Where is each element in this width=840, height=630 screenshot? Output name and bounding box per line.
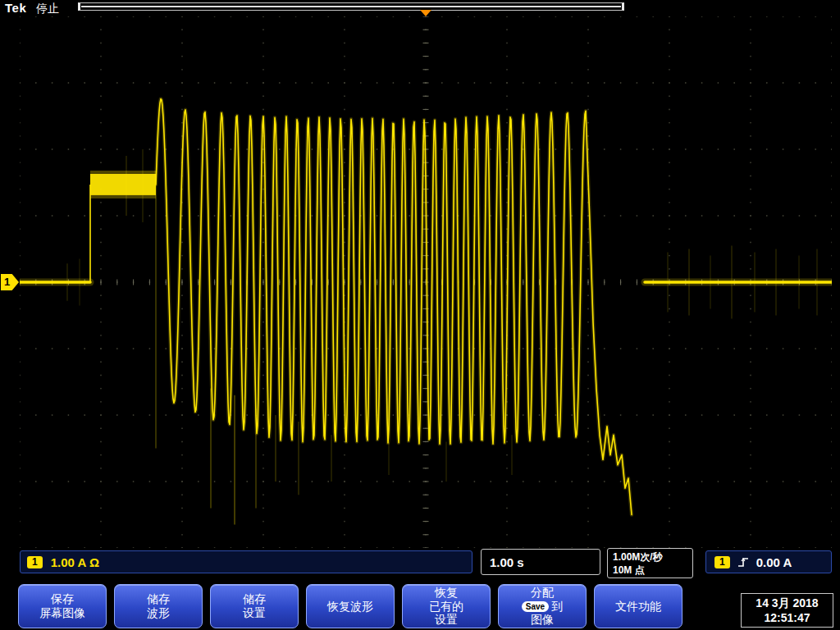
channel1-scale-readout[interactable]: 1 1.00 A Ω	[20, 550, 472, 573]
record-line	[81, 6, 621, 7]
channel1-ground-marker[interactable]: 1	[1, 274, 19, 290]
acquisition-status: 停止	[36, 2, 59, 16]
menu-button-line: Save到	[522, 600, 563, 614]
graticule-and-trace	[20, 16, 832, 548]
menu-button-line: 储存	[147, 592, 170, 606]
datetime-box: 14 3月 2018 12:51:47	[741, 593, 833, 628]
channel1-scale-label: 1.00 A Ω	[51, 555, 99, 569]
bottom-menu: 保存屏幕图像储存波形储存设置恢复波形恢复已有的设置分配Save到图像文件功能	[18, 584, 682, 628]
trigger-position-marker[interactable]	[420, 10, 431, 16]
menu-button-line: 设置	[243, 606, 266, 620]
menu-button-save-waveform[interactable]: 储存波形	[114, 584, 203, 628]
menu-button-line: 波形	[147, 606, 170, 620]
time-label: 12:51:47	[764, 610, 810, 625]
menu-button-line: 设置	[435, 613, 458, 627]
tek-logo: Tek	[5, 1, 26, 15]
menu-button-line: 储存	[243, 592, 266, 606]
menu-button-line: 保存	[51, 592, 74, 606]
date-label: 14 3月 2018	[756, 596, 818, 610]
menu-button-line: 恢复波形	[327, 600, 373, 614]
menu-button-assign-save-to-image[interactable]: 分配Save到图像	[498, 584, 587, 628]
record-view-bar[interactable]	[78, 2, 624, 11]
rising-edge-icon	[737, 556, 749, 568]
menu-button-line: 已有的	[429, 600, 463, 614]
samplerate-readout: 1.00M次/秒 10M 点	[607, 548, 693, 578]
menu-button-recall-saved-setup[interactable]: 恢复已有的设置	[402, 584, 491, 628]
menu-button-line: 屏幕图像	[39, 606, 85, 620]
menu-button-file-utilities[interactable]: 文件功能	[594, 584, 682, 628]
trigger-level-label: 0.00 A	[756, 555, 792, 569]
trigger-source-badge: 1	[714, 556, 730, 568]
sample-rate-label: 1.00M次/秒	[613, 550, 687, 564]
save-key-pill: Save	[522, 601, 549, 612]
trigger-readout[interactable]: 1 0.00 A	[705, 550, 832, 573]
menu-button-save-setup[interactable]: 储存设置	[210, 584, 299, 628]
startup-band	[90, 174, 156, 195]
menu-button-line: 图像	[531, 613, 554, 627]
timebase-label: 1.00 s	[490, 555, 524, 569]
channel1-badge: 1	[27, 556, 43, 568]
menu-button-line: 恢复	[435, 586, 458, 600]
timebase-readout[interactable]: 1.00 s	[481, 549, 600, 575]
menu-button-save-screen-image[interactable]: 保存屏幕图像	[18, 584, 107, 628]
menu-button-line: 文件功能	[615, 600, 661, 614]
top-status-bar: Tek 停止	[0, 0, 840, 16]
waveform-display	[20, 16, 832, 548]
menu-button-line: 分配	[531, 586, 554, 600]
record-length-label: 10M 点	[613, 564, 687, 577]
menu-button-recall-waveform[interactable]: 恢复波形	[306, 584, 395, 628]
